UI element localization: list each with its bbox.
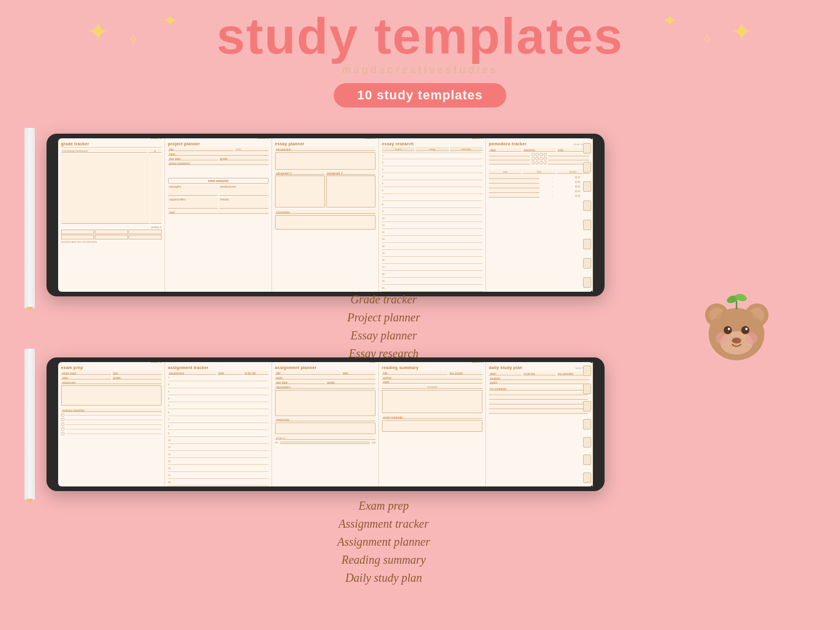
creator-subtitle: magdacreativestudies (0, 64, 840, 76)
field-exam: exam/assignment/project (61, 149, 147, 153)
field-ap-due: due date: (275, 380, 325, 384)
field-test: test (112, 371, 162, 375)
reso-field: reso (168, 210, 269, 214)
field-todo: to-do (235, 147, 269, 151)
field-date: date (489, 148, 521, 152)
page-title: study templates (0, 10, 840, 62)
pencil-icon (24, 128, 35, 308)
assignment-planner-panel: assignment planner clas title task topic… (272, 362, 379, 486)
weaknesses-field: weaknesses (219, 184, 269, 196)
field-group: group members: (168, 161, 269, 165)
svg-point-17 (752, 310, 762, 320)
field-ap-topic: topic: (275, 375, 376, 380)
col-time: time (523, 170, 555, 174)
svg-point-8 (728, 328, 730, 330)
field-due-date: due date: (168, 156, 218, 160)
assignment-planner-title: assignment planner clas (275, 366, 376, 370)
svg-point-7 (741, 326, 749, 334)
sparkle-icon: ✧ (702, 32, 712, 47)
col-assignment: assignment (168, 371, 216, 375)
col-todo: to-do list (244, 371, 269, 375)
tab-source: source (382, 147, 414, 151)
col-date: date (217, 371, 242, 375)
field-ap-title: title (275, 371, 341, 375)
field-ap-desc: description: (275, 385, 376, 389)
exam-prep-panel: exam prep class 1 exam topic: test plan:… (58, 362, 165, 486)
svg-point-10 (732, 338, 741, 343)
field-dsp-todo: to-do list (523, 371, 555, 375)
threats-field: threats (219, 197, 269, 209)
tab-main-idea: main idea (450, 147, 482, 151)
exam-prep-title: exam prep class 1 (61, 366, 162, 370)
pomodoro-row (489, 157, 589, 160)
field-rs-title: title (382, 371, 448, 375)
grade-tracker-panel: grade tracker class 1 exam/assignment/pr… (58, 138, 165, 292)
bear-mascot (695, 285, 779, 369)
field-sessions: sessions (523, 148, 555, 152)
feature-daily-study-plan: Daily study plan (302, 569, 465, 587)
conclusion-label: conclusion (275, 210, 376, 214)
field-rs-key: key points (449, 371, 482, 375)
svg-point-12 (746, 332, 757, 344)
sparkle-icon: ✧ (128, 32, 138, 47)
field-ap-grade: grade: (326, 380, 376, 384)
study-materials-label: study materials: (382, 415, 482, 419)
header: study templates magdacreativestudies 10 … (0, 0, 840, 108)
field-exam-topic: exam topic: (61, 371, 111, 375)
ipad-top: grade tracker class 1 exam/assignment/pr… (47, 134, 605, 296)
field-topic: topic: (168, 152, 269, 156)
assignment-tracker-panel: assignment tracker assignment date to-do… (165, 362, 272, 486)
summary-area (382, 390, 482, 413)
opportunities-field: opportunities (168, 197, 218, 209)
sparkle-icon: ✦ (163, 10, 177, 31)
sparkle-icon: ✦ (663, 10, 677, 31)
assignment-tracker-title: assignment tracker (168, 366, 269, 370)
essay-planner-title: essay planner class 1 (275, 142, 376, 146)
svg-point-11 (716, 332, 727, 344)
strengths-field: strengths (168, 184, 218, 196)
col-task: task (489, 170, 521, 174)
sparkle-icon: ✦ (731, 16, 753, 47)
summary-label: summary (382, 385, 482, 389)
essay-research-panel: essay research class 1 source essay main… (379, 138, 486, 292)
bear-svg (695, 285, 779, 369)
feature-grade-tracker: Grade tracker (302, 291, 465, 309)
para2-area (326, 176, 376, 207)
pencil-bottom-icon (24, 349, 35, 500)
intro-area (275, 152, 376, 170)
tab-strip-bottom (582, 362, 593, 486)
revision-checklist-label: revision checklist (61, 408, 162, 412)
feature-assignment-tracker: Assignment tracker (302, 515, 465, 533)
para1-label: paragraph 1 (275, 171, 325, 175)
reading-summary-panel: reading summary class 1 title key points… (379, 362, 486, 486)
swot-label: swot analysis (168, 178, 269, 184)
field-rs-author: author: (382, 375, 482, 380)
field-plan: plan: (61, 375, 111, 380)
progress-label: progress ↑ (275, 436, 376, 440)
template-count-badge: 10 study templates (334, 83, 506, 108)
field-rs-topic: topic: (382, 380, 482, 384)
tab-strip-top (582, 138, 593, 292)
feature-exam-prep: Exam prep (302, 497, 465, 515)
field-title: title (168, 147, 234, 151)
feature-reading-summary: Reading summary (302, 551, 465, 569)
resources-ap-area (275, 423, 376, 434)
pomodoro-title: pomodoro tracker (489, 142, 527, 146)
field-hash: # (148, 149, 162, 153)
desc-area (275, 390, 376, 416)
sparkle-icon: ✦ (87, 16, 109, 47)
study-materials-area (382, 420, 482, 432)
essay-research-title: essay research class 1 (382, 142, 482, 146)
field-dsp-date: date: (489, 371, 521, 375)
para1-area (275, 176, 325, 207)
feature-essay-planner: Essay planner (302, 327, 465, 345)
svg-point-9 (745, 328, 748, 330)
field-resources-ap: resources: (275, 417, 376, 421)
ipad-screen-bottom: exam prep class 1 exam topic: test plan:… (58, 362, 593, 486)
field-dsp-goals: goals: (489, 380, 589, 384)
ipad-screen-top: grade tracker class 1 exam/assignment/pr… (58, 138, 593, 292)
pomodoro-row (489, 153, 589, 156)
pomodoro-row (489, 161, 589, 164)
feature-list-bottom: Exam prep Assignment tracker Assignment … (302, 497, 465, 587)
field-intro: introduction (275, 147, 376, 151)
